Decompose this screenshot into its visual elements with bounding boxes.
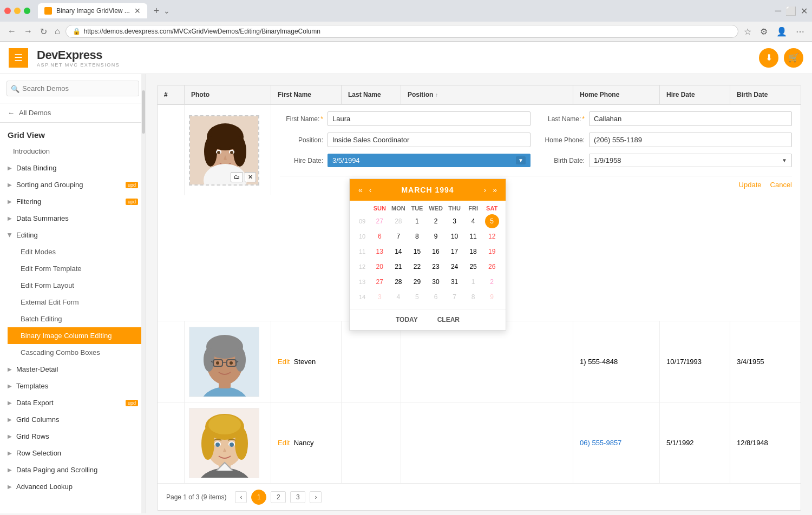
calendar-day[interactable]: 28 xyxy=(391,214,405,228)
clear-btn[interactable]: CLEAR xyxy=(433,314,464,326)
sidebar-item-introduction[interactable]: Introduction xyxy=(0,143,146,160)
scrollbar-thumb[interactable] xyxy=(142,90,145,134)
calendar-day[interactable]: 21 xyxy=(391,260,405,274)
col-header-firstname[interactable]: First Name xyxy=(271,85,342,104)
tab-menu-btn[interactable]: ⌄ xyxy=(163,6,170,15)
hire-date-dropdown-icon[interactable]: ▼ xyxy=(516,156,526,164)
sidebar-item-batch-editing[interactable]: Batch Editing xyxy=(8,311,146,327)
window-close[interactable] xyxy=(4,8,11,14)
calendar-day[interactable]: 2 xyxy=(429,214,443,228)
calendar-day[interactable]: 9 xyxy=(429,229,443,243)
sidebar-item-editing[interactable]: ▶ Editing xyxy=(0,227,146,243)
edit-link-3[interactable]: Edit xyxy=(278,439,290,447)
home-btn[interactable]: ⌂ xyxy=(53,25,62,37)
calendar-day[interactable]: 25 xyxy=(466,260,480,274)
sidebar-item-row-selection[interactable]: ▶ Row Selection xyxy=(0,445,146,461)
page-2-btn[interactable]: 2 xyxy=(271,491,286,503)
birth-date-input[interactable]: 1/9/1958 ▼ xyxy=(589,154,792,167)
sidebar-item-cascading-combo[interactable]: Cascading Combo Boxes xyxy=(8,344,146,361)
sidebar-item-binary-image[interactable]: Binary Image Column Editing xyxy=(8,327,146,344)
new-tab-btn[interactable]: + xyxy=(154,5,160,17)
calendar-day[interactable]: 28 xyxy=(391,275,405,289)
calendar-day[interactable]: 6 xyxy=(429,290,443,304)
edit-link-2[interactable]: Edit xyxy=(278,358,290,366)
menu-icon[interactable]: ⋯ xyxy=(794,25,807,38)
calendar-day[interactable]: 26 xyxy=(485,260,499,274)
cart-button[interactable]: 🛒 xyxy=(784,48,803,68)
sidebar-item-sorting-grouping[interactable]: ▶ Sorting and Grouping upd xyxy=(0,176,146,193)
cancel-button[interactable]: Cancel xyxy=(770,181,792,189)
calendar-day[interactable]: 22 xyxy=(410,260,424,274)
reload-btn[interactable]: ↻ xyxy=(38,25,49,38)
calendar-day[interactable]: 6 xyxy=(372,229,387,243)
calendar-day[interactable]: 17 xyxy=(448,245,462,259)
calendar-day[interactable]: 16 xyxy=(429,245,443,259)
calendar-day[interactable]: 9 xyxy=(485,290,499,304)
calendar-day[interactable]: 24 xyxy=(448,260,462,274)
calendar-day[interactable]: 10 xyxy=(448,229,462,243)
window-maximize[interactable] xyxy=(24,8,30,14)
calendar-day[interactable]: 4 xyxy=(391,290,405,304)
photo-upload-btn[interactable]: 🗂 xyxy=(231,172,243,182)
sidebar-item-edit-form-layout[interactable]: Edit Form Layout xyxy=(8,277,146,294)
calendar-day-selected[interactable]: 5 xyxy=(485,214,499,228)
bookmark-icon[interactable]: ☆ xyxy=(742,25,754,38)
calendar-day[interactable]: 19 xyxy=(485,245,499,259)
calendar-day[interactable]: 11 xyxy=(466,229,480,243)
calendar-day[interactable]: 14 xyxy=(391,245,405,259)
update-button[interactable]: Update xyxy=(739,181,762,189)
calendar-day[interactable]: 1 xyxy=(410,214,424,228)
calendar-day[interactable]: 2 xyxy=(485,275,499,289)
next-month-btn[interactable]: › xyxy=(482,184,489,195)
window-close-btn[interactable]: ✕ xyxy=(801,6,808,16)
scrollbar-track[interactable] xyxy=(141,74,146,513)
extensions-icon[interactable]: ⚙ xyxy=(758,25,770,38)
sidebar-item-data-binding[interactable]: ▶ Data Binding xyxy=(0,160,146,176)
last-name-input[interactable] xyxy=(589,111,792,126)
calendar-day[interactable]: 18 xyxy=(466,245,480,259)
calendar-day[interactable]: 30 xyxy=(429,275,443,289)
sidebar-item-grid-rows[interactable]: ▶ Grid Rows xyxy=(0,428,146,445)
sidebar-item-filtering[interactable]: ▶ Filtering upd xyxy=(0,193,146,210)
sidebar-item-external-edit-form[interactable]: External Edit Form xyxy=(8,294,146,311)
page-3-btn[interactable]: 3 xyxy=(290,491,305,503)
hamburger-button[interactable]: ☰ xyxy=(9,48,28,68)
sidebar-item-edit-form-template[interactable]: Edit Form Template xyxy=(8,260,146,277)
hire-date-input[interactable]: 3/5/1994 ▼ xyxy=(328,154,531,167)
sidebar-item-edit-modes[interactable]: Edit Modes xyxy=(8,243,146,260)
calendar-day[interactable]: 7 xyxy=(391,229,405,243)
birth-date-dropdown-icon[interactable]: ▼ xyxy=(782,157,787,163)
calendar-day[interactable]: 4 xyxy=(466,214,480,228)
sidebar-item-data-export[interactable]: ▶ Data Export upd xyxy=(0,394,146,411)
prev-year-btn[interactable]: « xyxy=(356,184,365,195)
calendar-day[interactable]: 12 xyxy=(485,229,499,243)
sidebar-item-master-detail[interactable]: ▶ Master-Detail xyxy=(0,361,146,378)
forward-btn[interactable]: → xyxy=(22,25,35,37)
all-demos-link[interactable]: ← All Demos xyxy=(0,103,146,123)
window-minimize-btn[interactable]: ─ xyxy=(775,6,781,16)
page-1-btn[interactable]: 1 xyxy=(251,490,266,505)
calendar-day[interactable]: 29 xyxy=(410,275,424,289)
col-header-position[interactable]: Position ↑ xyxy=(401,85,573,104)
sidebar-item-templates[interactable]: ▶ Templates xyxy=(0,378,146,394)
calendar-day[interactable]: 15 xyxy=(410,245,424,259)
next-year-btn[interactable]: » xyxy=(490,184,499,195)
sidebar-item-data-paging[interactable]: ▶ Data Paging and Scrolling xyxy=(0,461,146,478)
calendar-day[interactable]: 13 xyxy=(372,245,387,259)
calendar-day[interactable]: 23 xyxy=(429,260,443,274)
prev-month-btn[interactable]: ‹ xyxy=(367,184,374,195)
next-page-btn[interactable]: › xyxy=(310,491,322,503)
calendar-day[interactable]: 7 xyxy=(448,290,462,304)
window-minimize[interactable] xyxy=(14,8,21,14)
calendar-day[interactable]: 1 xyxy=(466,275,480,289)
today-btn[interactable]: TODAY xyxy=(391,314,422,326)
calendar-day[interactable]: 5 xyxy=(410,290,424,304)
calendar-day[interactable]: 31 xyxy=(448,275,462,289)
first-name-input[interactable] xyxy=(328,111,531,126)
home-phone-input[interactable] xyxy=(589,133,792,147)
download-button[interactable]: ⬇ xyxy=(759,48,778,68)
calendar-day[interactable]: 8 xyxy=(466,290,480,304)
calendar-day[interactable]: 27 xyxy=(372,275,387,289)
col-header-lastname[interactable]: Last Name xyxy=(342,85,401,104)
calendar-day[interactable]: 3 xyxy=(448,214,462,228)
